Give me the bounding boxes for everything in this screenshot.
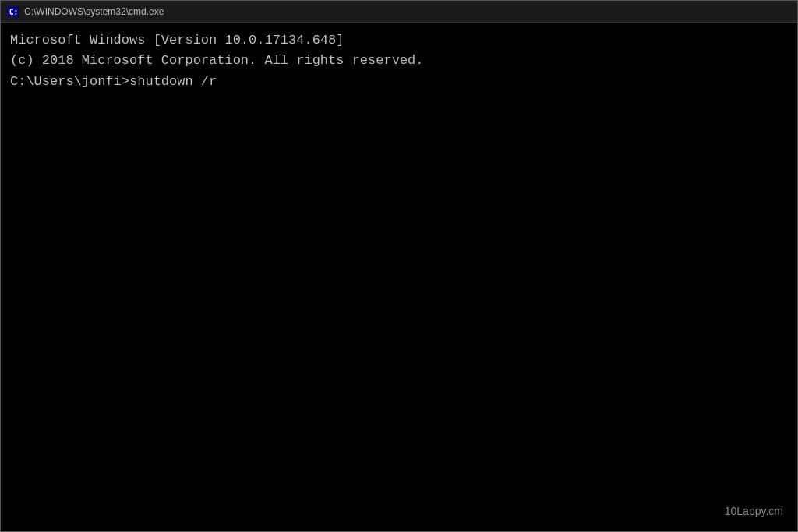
cmd-icon: C: bbox=[7, 5, 19, 18]
terminal-line-2: (c) 2018 Microsoft Corporation. All righ… bbox=[10, 51, 788, 71]
title-bar: C: C:\WINDOWS\system32\cmd.exe bbox=[1, 1, 797, 23]
watermark: 10Lappy.cm bbox=[725, 503, 783, 520]
terminal-line-1: Microsoft Windows [Version 10.0.17134.64… bbox=[10, 30, 788, 51]
terminal-line-4: C:\Users\jonfi>shutdown /r bbox=[10, 72, 788, 92]
title-bar-text: C:\WINDOWS\system32\cmd.exe bbox=[24, 6, 791, 17]
cmd-window: C: C:\WINDOWS\system32\cmd.exe Microsoft… bbox=[0, 0, 798, 532]
svg-text:C:: C: bbox=[9, 8, 19, 16]
terminal-body[interactable]: Microsoft Windows [Version 10.0.17134.64… bbox=[1, 23, 797, 531]
